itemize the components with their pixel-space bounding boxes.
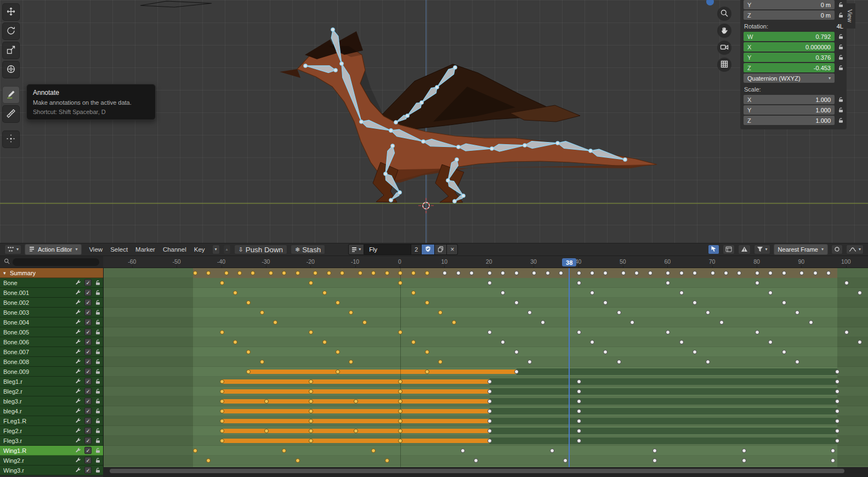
keyframe[interactable] xyxy=(354,399,358,404)
channel-checkbox[interactable]: ✓ xyxy=(84,378,92,385)
z-value-field[interactable]: Z1.000 xyxy=(744,116,835,125)
filter-button[interactable]: ▾ xyxy=(754,245,770,254)
keyframe[interactable] xyxy=(385,271,389,275)
lock-icon[interactable] xyxy=(837,44,844,50)
keyframe[interactable] xyxy=(220,379,224,384)
keyframe[interactable] xyxy=(487,429,492,433)
bone-joint[interactable] xyxy=(420,101,423,104)
keyframe[interactable] xyxy=(220,429,224,433)
bone-joint[interactable] xyxy=(304,64,307,67)
keyframe[interactable] xyxy=(693,271,697,275)
keyframe-row[interactable] xyxy=(104,327,868,337)
keyframe[interactable] xyxy=(711,271,715,275)
keyframe[interactable] xyxy=(782,300,786,305)
keyframe[interactable] xyxy=(398,409,402,413)
warning-button[interactable] xyxy=(738,245,751,254)
cursor-tool-button[interactable] xyxy=(2,130,20,148)
bone-joint[interactable] xyxy=(446,179,450,182)
grid-view-button[interactable] xyxy=(717,58,731,72)
bone-joint[interactable] xyxy=(589,149,592,152)
search-input[interactable] xyxy=(13,258,99,266)
keyframe[interactable] xyxy=(456,271,461,275)
keyframe-row[interactable] xyxy=(104,278,868,288)
keyframe[interactable] xyxy=(679,340,684,344)
channel-checkbox[interactable]: ✓ xyxy=(84,348,92,355)
wrench-icon[interactable] xyxy=(75,428,81,434)
lock-icon[interactable] xyxy=(95,349,101,355)
keyframe[interactable] xyxy=(514,370,519,374)
lock-icon[interactable] xyxy=(837,54,844,60)
keyframe-row[interactable] xyxy=(104,337,868,347)
keyframe[interactable] xyxy=(653,448,657,453)
channel-Fleg3.r[interactable]: Fleg3.r✓ xyxy=(0,436,103,446)
wrench-icon[interactable] xyxy=(75,339,81,345)
lock-icon[interactable] xyxy=(95,329,101,335)
bone-joint[interactable] xyxy=(453,200,456,203)
bone-joint[interactable] xyxy=(435,86,439,89)
keyframe[interactable] xyxy=(577,281,581,285)
x-value-field[interactable]: X0.000000 xyxy=(744,42,835,52)
keyframe[interactable] xyxy=(385,458,389,463)
channel-bleg3.r[interactable]: bleg3.r✓ xyxy=(0,396,103,406)
wrench-icon[interactable] xyxy=(75,447,81,453)
keyframe[interactable] xyxy=(577,379,581,384)
channel-FLeg1.R[interactable]: FLeg1.R✓ xyxy=(0,416,103,426)
channel-checkbox[interactable]: ✓ xyxy=(84,398,92,405)
menu-channel[interactable]: Channel xyxy=(159,246,190,253)
keyframe[interactable] xyxy=(724,271,728,275)
keyframe[interactable] xyxy=(559,271,563,275)
keyframe[interactable] xyxy=(193,448,197,453)
keyframe[interactable] xyxy=(648,271,653,275)
keyframe[interactable] xyxy=(224,271,229,275)
keyframe[interactable] xyxy=(755,271,759,275)
zoom-button[interactable] xyxy=(717,7,731,21)
wrench-icon[interactable] xyxy=(75,457,81,463)
rotate-tool-button[interactable] xyxy=(2,22,20,40)
keyframe[interactable] xyxy=(487,399,492,404)
scale-tool-button[interactable] xyxy=(2,42,20,59)
lock-icon[interactable] xyxy=(95,309,101,315)
bone-joint[interactable] xyxy=(389,198,393,202)
push-down-button[interactable]: ⇩Push Down xyxy=(234,245,287,254)
wrench-icon[interactable] xyxy=(75,398,81,404)
keyframe[interactable] xyxy=(233,291,237,295)
wrench-icon[interactable] xyxy=(75,309,81,315)
wrench-icon[interactable] xyxy=(75,359,81,365)
keyframe[interactable] xyxy=(336,370,340,374)
lock-icon[interactable] xyxy=(837,117,844,123)
keyframe[interactable] xyxy=(487,419,492,423)
keyframe[interactable] xyxy=(269,271,273,275)
keyframe[interactable] xyxy=(514,300,519,305)
x-value-field[interactable]: X1.000 xyxy=(744,95,835,104)
keyframe[interactable] xyxy=(220,419,224,423)
keyframe[interactable] xyxy=(617,360,621,364)
rotation-mode-select[interactable]: Quaternion (WXYZ) ▾ xyxy=(744,73,835,83)
keyframe[interactable] xyxy=(296,271,300,275)
keyframe[interactable] xyxy=(354,429,358,433)
menu-marker[interactable]: Marker xyxy=(132,246,159,253)
sidebar-tab-view[interactable]: View xyxy=(844,3,855,29)
bone-joint[interactable] xyxy=(556,141,559,145)
channel-Bone.009[interactable]: Bone.009✓ xyxy=(0,367,103,377)
lock-icon[interactable] xyxy=(95,359,101,365)
channel-checkbox[interactable]: ✓ xyxy=(84,368,92,375)
lock-icon[interactable] xyxy=(95,447,101,453)
action-users-count[interactable]: 2 xyxy=(411,244,422,255)
keyframe[interactable] xyxy=(577,439,581,443)
pan-button[interactable] xyxy=(717,24,731,38)
keyframe[interactable] xyxy=(755,330,759,334)
bone-joint[interactable] xyxy=(457,145,460,149)
channel-checkbox[interactable]: ✓ xyxy=(84,358,92,365)
new-action-button[interactable] xyxy=(435,244,447,255)
keyframe[interactable] xyxy=(487,379,492,384)
bone-joint[interactable] xyxy=(360,120,363,123)
bone-joint[interactable] xyxy=(623,158,627,161)
channel-Bleg1.r[interactable]: Bleg1.r✓ xyxy=(0,377,103,387)
keyframe[interactable] xyxy=(487,409,492,413)
bone-joint[interactable] xyxy=(394,121,398,124)
channel-checkbox[interactable]: ✓ xyxy=(84,427,92,434)
channel-Bone[interactable]: Bone✓ xyxy=(0,278,103,288)
keyframe[interactable] xyxy=(487,281,492,285)
channel-checkbox[interactable]: ✓ xyxy=(84,457,92,464)
keyframe[interactable] xyxy=(514,271,519,275)
